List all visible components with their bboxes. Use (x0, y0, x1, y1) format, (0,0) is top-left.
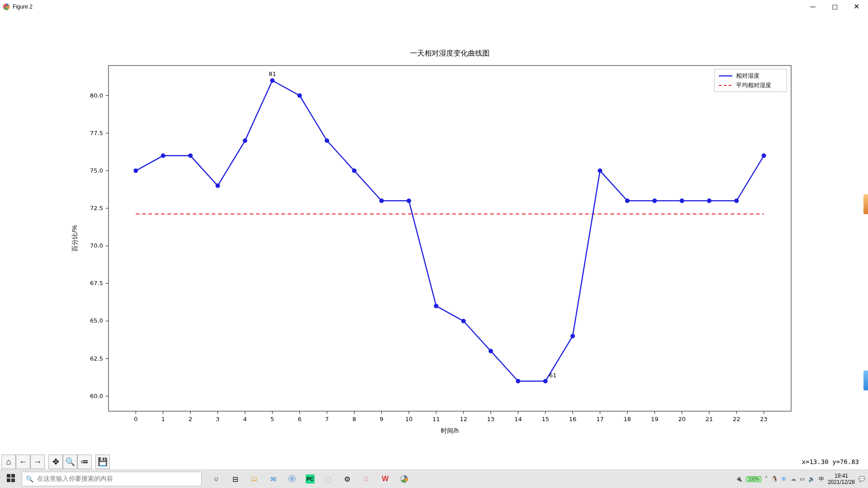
svg-point-81 (461, 319, 466, 323)
svg-text:9: 9 (380, 416, 383, 422)
security-tray-icon[interactable]: ⛨ (782, 476, 787, 482)
pycharm-icon[interactable]: PC (306, 474, 315, 483)
svg-text:2: 2 (189, 416, 192, 422)
svg-text:80.0: 80.0 (90, 92, 103, 99)
svg-text:1: 1 (161, 416, 165, 422)
svg-point-77 (352, 169, 357, 173)
app-icon-1[interactable]: ☺ (361, 474, 372, 484)
svg-rect-104 (11, 474, 15, 478)
search-icon: 🔍 (26, 475, 33, 483)
start-button[interactable] (0, 474, 22, 484)
svg-point-78 (379, 198, 384, 203)
loading-icon[interactable]: ◌ (323, 474, 334, 484)
home-icon: ⌂ (6, 457, 11, 467)
svg-text:3: 3 (216, 416, 219, 422)
save-button[interactable]: 💾 (95, 455, 110, 469)
task-view-icon[interactable]: ○ (211, 474, 222, 484)
cursor-coordinates: x=13.30 y=76.83 (802, 458, 859, 465)
svg-text:65.0: 65.0 (90, 317, 103, 324)
file-explorer-icon[interactable]: 🗂 (249, 474, 259, 484)
svg-text:14: 14 (514, 416, 522, 422)
tray-chevron-icon[interactable]: ˄ (765, 476, 768, 482)
svg-point-69 (133, 169, 138, 173)
svg-text:11: 11 (433, 416, 440, 422)
svg-text:72.5: 72.5 (90, 205, 103, 211)
settings-icon[interactable]: ⚙ (342, 474, 353, 484)
svg-text:67.5: 67.5 (90, 280, 103, 286)
svg-text:平均相对湿度: 平均相对湿度 (736, 82, 771, 89)
svg-rect-1 (108, 66, 791, 411)
volume-tray-icon[interactable]: 🔈 (808, 476, 815, 482)
configure-icon: ≔ (80, 457, 89, 467)
svg-text:17: 17 (596, 416, 604, 422)
pan-icon: ✥ (52, 457, 59, 467)
mail-icon[interactable]: ✉ (268, 474, 278, 484)
qq-tray-icon[interactable]: 🐧 (771, 476, 778, 482)
svg-rect-103 (7, 474, 10, 478)
svg-text:21: 21 (706, 416, 713, 422)
configure-button[interactable]: ≔ (77, 455, 92, 469)
side-tab-orange[interactable] (863, 194, 868, 214)
forward-icon: → (33, 457, 42, 467)
svg-point-90 (707, 198, 712, 203)
windows-taskbar: 🔍 在这里输入你要搜索的内容 ○ ⊟ 🗂 ✉ ⓔ PC ◌ ⚙ ☺ W (0, 469, 868, 488)
svg-text:8: 8 (352, 416, 356, 422)
svg-rect-106 (11, 479, 15, 482)
wps-icon[interactable]: W (380, 474, 391, 484)
home-button[interactable]: ⌂ (1, 455, 16, 469)
svg-text:75.0: 75.0 (90, 167, 103, 174)
mpl-nav-toolbar: ⌂ ← → ✥ 🔍 ≔ 💾 (1, 454, 110, 470)
svg-text:20: 20 (678, 416, 686, 422)
power-icon[interactable]: 🔌 (736, 476, 742, 482)
edge-icon[interactable]: ⓔ (287, 474, 297, 484)
svg-text:10: 10 (405, 416, 413, 422)
maximize-button[interactable]: ◻ (830, 3, 839, 10)
forward-button[interactable]: → (30, 455, 45, 469)
svg-point-88 (652, 198, 657, 203)
save-icon: 💾 (98, 457, 108, 467)
search-placeholder: 在这里输入你要搜索的内容 (37, 475, 113, 483)
svg-point-70 (161, 154, 165, 158)
onedrive-tray-icon[interactable]: ☁ (791, 476, 796, 482)
svg-point-80 (434, 304, 439, 308)
taskbar-search[interactable]: 🔍 在这里输入你要搜索的内容 (22, 472, 202, 486)
matplotlib-window: Figure 2 ─ ◻ ✕ 60.062.565.067.570.072.57… (0, 0, 868, 488)
svg-text:12: 12 (460, 416, 467, 422)
svg-text:7: 7 (325, 416, 329, 422)
svg-point-86 (598, 169, 602, 173)
mpl-taskbar-icon[interactable] (399, 474, 410, 484)
battery-indicator[interactable]: 100% (746, 476, 761, 482)
svg-text:61: 61 (549, 372, 557, 379)
svg-text:22: 22 (733, 416, 741, 422)
svg-text:19: 19 (651, 416, 659, 422)
svg-point-92 (762, 154, 766, 158)
figure-canvas[interactable]: 60.062.565.067.570.072.575.077.580.00123… (0, 14, 868, 461)
svg-point-79 (406, 198, 411, 203)
svg-point-74 (270, 78, 274, 83)
zoom-button[interactable]: 🔍 (63, 455, 77, 469)
svg-text:77.5: 77.5 (90, 130, 103, 136)
svg-text:4: 4 (243, 416, 247, 422)
ime-indicator[interactable]: 中 (819, 475, 824, 483)
cortana-icon[interactable]: ⊟ (230, 474, 241, 484)
network-tray-icon[interactable]: ▭ (800, 476, 805, 482)
minimize-button[interactable]: ─ (808, 3, 817, 10)
svg-rect-105 (7, 479, 10, 482)
taskbar-clock[interactable]: 19:41 2021/12/28 (828, 473, 855, 485)
svg-text:0: 0 (134, 416, 137, 422)
notifications-tray-icon[interactable]: 💬 (859, 476, 865, 482)
svg-text:13: 13 (487, 416, 495, 422)
svg-point-72 (216, 183, 220, 188)
svg-text:16: 16 (569, 416, 577, 422)
pan-button[interactable]: ✥ (48, 455, 63, 469)
svg-point-87 (625, 198, 630, 203)
svg-text:6: 6 (298, 416, 302, 422)
back-button[interactable]: ← (16, 455, 30, 469)
svg-text:相对湿度: 相对湿度 (736, 72, 760, 79)
zoom-icon: 🔍 (65, 457, 75, 467)
window-title: Figure 2 (13, 4, 33, 10)
close-button[interactable]: ✕ (852, 3, 861, 10)
side-tab-blue[interactable] (863, 371, 868, 390)
svg-point-83 (516, 379, 520, 383)
svg-text:23: 23 (760, 416, 768, 422)
